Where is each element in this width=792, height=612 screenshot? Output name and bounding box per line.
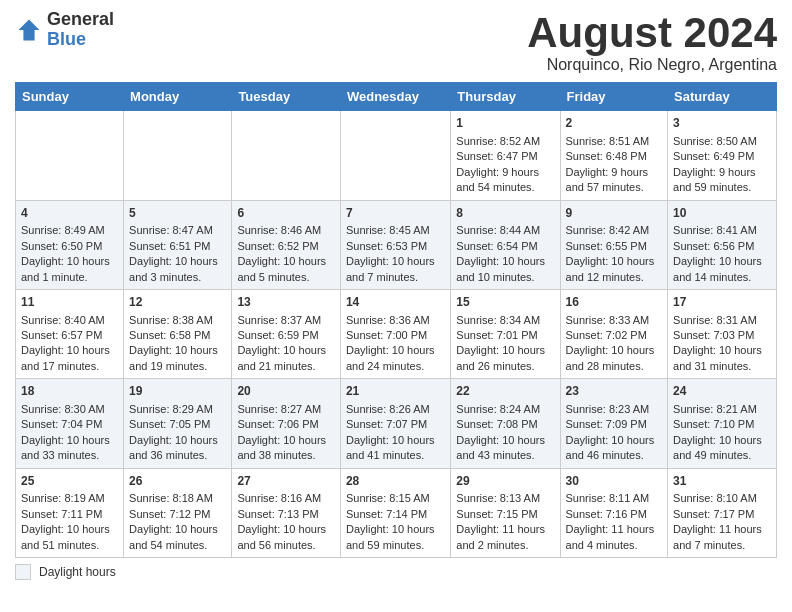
calendar-cell: 27Sunrise: 8:16 AMSunset: 7:13 PMDayligh… <box>232 468 341 557</box>
calendar-cell: 11Sunrise: 8:40 AMSunset: 6:57 PMDayligh… <box>16 289 124 378</box>
day-number: 20 <box>237 383 335 400</box>
day-number: 10 <box>673 205 771 222</box>
cell-text: Sunrise: 8:52 AM <box>456 134 554 149</box>
logo-text: General Blue <box>47 10 114 50</box>
calendar-cell: 29Sunrise: 8:13 AMSunset: 7:15 PMDayligh… <box>451 468 560 557</box>
cell-text: Sunset: 7:03 PM <box>673 328 771 343</box>
cell-text: Sunrise: 8:31 AM <box>673 313 771 328</box>
cell-text: Sunset: 6:49 PM <box>673 149 771 164</box>
cell-text: Sunset: 7:16 PM <box>566 507 663 522</box>
day-number: 26 <box>129 473 226 490</box>
day-number: 19 <box>129 383 226 400</box>
month-title: August 2024 <box>527 10 777 56</box>
logo-icon <box>15 16 43 44</box>
cell-text: Sunrise: 8:38 AM <box>129 313 226 328</box>
cell-text: Daylight: 11 hours and 7 minutes. <box>673 522 771 553</box>
calendar-cell: 20Sunrise: 8:27 AMSunset: 7:06 PMDayligh… <box>232 379 341 468</box>
day-number: 22 <box>456 383 554 400</box>
cell-text: Sunset: 6:55 PM <box>566 239 663 254</box>
cell-text: Sunset: 6:51 PM <box>129 239 226 254</box>
cell-text: Daylight: 11 hours and 4 minutes. <box>566 522 663 553</box>
cell-text: Sunset: 6:54 PM <box>456 239 554 254</box>
calendar-week-1: 1Sunrise: 8:52 AMSunset: 6:47 PMDaylight… <box>16 111 777 200</box>
weekday-header-friday: Friday <box>560 83 668 111</box>
cell-text: Sunset: 7:00 PM <box>346 328 445 343</box>
cell-text: Sunrise: 8:23 AM <box>566 402 663 417</box>
day-number: 1 <box>456 115 554 132</box>
calendar-cell: 23Sunrise: 8:23 AMSunset: 7:09 PMDayligh… <box>560 379 668 468</box>
footer-label: Daylight hours <box>39 565 116 579</box>
calendar-cell: 10Sunrise: 8:41 AMSunset: 6:56 PMDayligh… <box>668 200 777 289</box>
calendar-week-5: 25Sunrise: 8:19 AMSunset: 7:11 PMDayligh… <box>16 468 777 557</box>
day-number: 25 <box>21 473 118 490</box>
cell-text: Sunrise: 8:26 AM <box>346 402 445 417</box>
cell-text: Daylight: 10 hours and 51 minutes. <box>21 522 118 553</box>
cell-text: Daylight: 10 hours and 10 minutes. <box>456 254 554 285</box>
day-number: 11 <box>21 294 118 311</box>
cell-text: Sunrise: 8:16 AM <box>237 491 335 506</box>
weekday-header-saturday: Saturday <box>668 83 777 111</box>
day-number: 7 <box>346 205 445 222</box>
calendar-table: SundayMondayTuesdayWednesdayThursdayFrid… <box>15 82 777 558</box>
cell-text: Daylight: 10 hours and 7 minutes. <box>346 254 445 285</box>
day-number: 13 <box>237 294 335 311</box>
day-number: 23 <box>566 383 663 400</box>
day-number: 16 <box>566 294 663 311</box>
footer-note: Daylight hours <box>15 564 777 580</box>
calendar-cell: 25Sunrise: 8:19 AMSunset: 7:11 PMDayligh… <box>16 468 124 557</box>
cell-text: Daylight: 10 hours and 1 minute. <box>21 254 118 285</box>
cell-text: Daylight: 10 hours and 12 minutes. <box>566 254 663 285</box>
calendar-cell <box>16 111 124 200</box>
calendar-cell <box>232 111 341 200</box>
cell-text: Daylight: 10 hours and 17 minutes. <box>21 343 118 374</box>
cell-text: Sunrise: 8:42 AM <box>566 223 663 238</box>
calendar-cell: 18Sunrise: 8:30 AMSunset: 7:04 PMDayligh… <box>16 379 124 468</box>
cell-text: Sunrise: 8:46 AM <box>237 223 335 238</box>
cell-text: Sunrise: 8:47 AM <box>129 223 226 238</box>
cell-text: Sunrise: 8:40 AM <box>21 313 118 328</box>
calendar-cell: 8Sunrise: 8:44 AMSunset: 6:54 PMDaylight… <box>451 200 560 289</box>
calendar-cell: 24Sunrise: 8:21 AMSunset: 7:10 PMDayligh… <box>668 379 777 468</box>
cell-text: Sunset: 6:52 PM <box>237 239 335 254</box>
cell-text: Sunset: 7:13 PM <box>237 507 335 522</box>
cell-text: Sunset: 7:15 PM <box>456 507 554 522</box>
svg-marker-0 <box>19 19 40 40</box>
calendar-week-4: 18Sunrise: 8:30 AMSunset: 7:04 PMDayligh… <box>16 379 777 468</box>
calendar-cell <box>340 111 450 200</box>
cell-text: Daylight: 9 hours and 57 minutes. <box>566 165 663 196</box>
cell-text: Sunrise: 8:29 AM <box>129 402 226 417</box>
cell-text: Daylight: 10 hours and 21 minutes. <box>237 343 335 374</box>
day-number: 5 <box>129 205 226 222</box>
calendar-cell: 22Sunrise: 8:24 AMSunset: 7:08 PMDayligh… <box>451 379 560 468</box>
cell-text: Sunrise: 8:41 AM <box>673 223 771 238</box>
cell-text: Daylight: 10 hours and 14 minutes. <box>673 254 771 285</box>
day-number: 27 <box>237 473 335 490</box>
cell-text: Daylight: 10 hours and 5 minutes. <box>237 254 335 285</box>
cell-text: Daylight: 10 hours and 38 minutes. <box>237 433 335 464</box>
cell-text: Sunrise: 8:10 AM <box>673 491 771 506</box>
cell-text: Daylight: 10 hours and 26 minutes. <box>456 343 554 374</box>
day-number: 14 <box>346 294 445 311</box>
calendar-cell: 12Sunrise: 8:38 AMSunset: 6:58 PMDayligh… <box>124 289 232 378</box>
day-number: 6 <box>237 205 335 222</box>
cell-text: Sunset: 6:58 PM <box>129 328 226 343</box>
cell-text: Sunset: 6:48 PM <box>566 149 663 164</box>
cell-text: Daylight: 9 hours and 59 minutes. <box>673 165 771 196</box>
cell-text: Sunrise: 8:21 AM <box>673 402 771 417</box>
cell-text: Sunset: 7:05 PM <box>129 417 226 432</box>
weekday-header-sunday: Sunday <box>16 83 124 111</box>
cell-text: Sunset: 7:07 PM <box>346 417 445 432</box>
cell-text: Sunrise: 8:50 AM <box>673 134 771 149</box>
cell-text: Sunset: 7:11 PM <box>21 507 118 522</box>
cell-text: Sunset: 6:59 PM <box>237 328 335 343</box>
cell-text: Daylight: 10 hours and 54 minutes. <box>129 522 226 553</box>
calendar-cell: 7Sunrise: 8:45 AMSunset: 6:53 PMDaylight… <box>340 200 450 289</box>
calendar-cell: 13Sunrise: 8:37 AMSunset: 6:59 PMDayligh… <box>232 289 341 378</box>
footer-box-icon <box>15 564 31 580</box>
weekday-header-thursday: Thursday <box>451 83 560 111</box>
cell-text: Sunrise: 8:15 AM <box>346 491 445 506</box>
cell-text: Sunset: 6:50 PM <box>21 239 118 254</box>
cell-text: Sunset: 7:09 PM <box>566 417 663 432</box>
cell-text: Sunset: 7:02 PM <box>566 328 663 343</box>
calendar-cell: 16Sunrise: 8:33 AMSunset: 7:02 PMDayligh… <box>560 289 668 378</box>
